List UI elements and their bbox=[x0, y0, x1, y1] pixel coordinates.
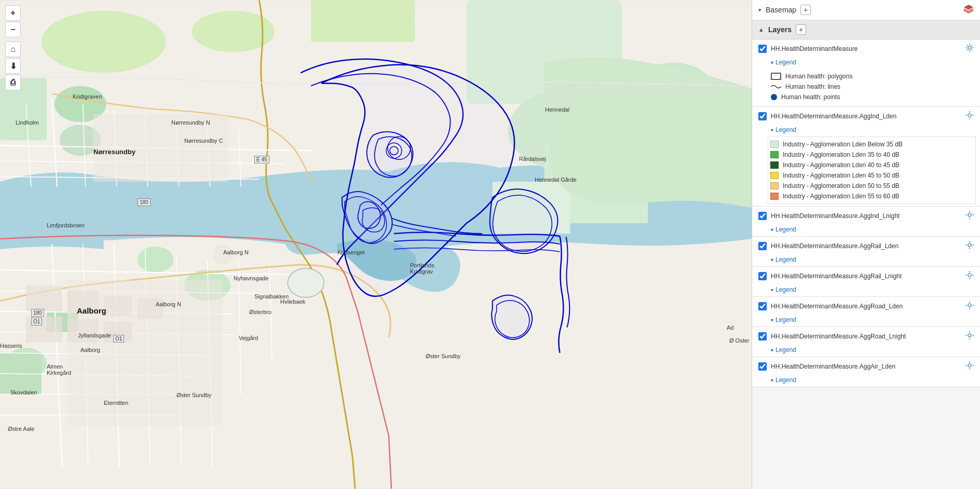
legend-text-line: Human health: lines bbox=[785, 83, 840, 90]
zoom-out-button[interactable]: − bbox=[5, 22, 21, 37]
layer-checkbox-4[interactable] bbox=[758, 242, 767, 250]
legend-toggle-7[interactable]: ▾ Legend bbox=[752, 345, 980, 357]
legend-text-polygon: Human health: polygons bbox=[785, 73, 852, 80]
basemap-chevron[interactable]: ▾ bbox=[758, 7, 761, 13]
svg-point-1 bbox=[42, 11, 166, 73]
print-button[interactable]: ⎙ bbox=[5, 75, 21, 90]
layer-item-8: HH.HealthDeterminantMeasure.AggAir_Lden … bbox=[752, 357, 980, 387]
legend-chevron-5: ▾ bbox=[771, 287, 773, 293]
layer-settings-icon-7[interactable] bbox=[965, 331, 974, 341]
svg-point-65 bbox=[968, 334, 971, 337]
layer-name-5: HH.HealthDeterminantMeasure.AggRail_Lnig… bbox=[771, 273, 961, 280]
layer-header-1: HH.HealthDeterminantMeasure bbox=[752, 39, 980, 58]
basemap-add-button[interactable]: + bbox=[800, 5, 811, 15]
layer-header-6: HH.HealthDeterminantMeasure.AggRoad_Lden bbox=[752, 297, 980, 315]
layer-checkbox-1[interactable] bbox=[758, 45, 767, 53]
legend-item-polygon: Human health: polygons bbox=[771, 71, 974, 82]
legend-label-3: Legend bbox=[775, 226, 796, 233]
home-button[interactable]: ⌂ bbox=[5, 42, 21, 57]
layer-name-7: HH.HealthDeterminantMeasure.AggRoad_Lnig… bbox=[771, 333, 961, 340]
layer-checkbox-8[interactable] bbox=[758, 362, 767, 371]
layers-list[interactable]: HH.HealthDeterminantMeasure ▾ Legend Hum… bbox=[752, 39, 980, 489]
layer-settings-icon-6[interactable] bbox=[965, 301, 974, 311]
svg-rect-48 bbox=[67, 291, 99, 314]
legend-chevron-1: ▾ bbox=[771, 60, 773, 65]
svg-rect-49 bbox=[104, 296, 132, 317]
basemap-section: ▾ Basemap + bbox=[752, 0, 980, 20]
legend-toggle-8[interactable]: ▾ Legend bbox=[752, 375, 980, 387]
legend-item-point: Human health: points bbox=[771, 92, 974, 102]
legend-item-line: Human health: lines bbox=[771, 82, 974, 92]
map-controls: + − ⌂ ⬇ ⎙ bbox=[5, 5, 21, 90]
legend-label-4: Legend bbox=[775, 256, 796, 263]
legend-label-7: Legend bbox=[775, 346, 796, 354]
layer-settings-icon-8[interactable] bbox=[965, 361, 974, 371]
legend-label-5: Legend bbox=[775, 286, 796, 293]
layer-item-4: HH.HealthDeterminantMeasure.AggRail_Lden… bbox=[752, 237, 980, 267]
legend-toggle-1[interactable]: ▾ Legend bbox=[752, 58, 980, 69]
svg-rect-47 bbox=[26, 286, 62, 311]
legend-scroll-2[interactable]: Industry - Agglomeration Lden Below 35 d… bbox=[768, 137, 976, 204]
legend-text-45-50: Industry - Agglomeration Lden 45 to 50 d… bbox=[783, 172, 900, 179]
layer-settings-icon-3[interactable] bbox=[965, 211, 974, 221]
legend-toggle-6[interactable]: ▾ Legend bbox=[752, 315, 980, 327]
legend-chevron-2: ▾ bbox=[771, 127, 773, 133]
layer-item-3: HH.HealthDeterminantMeasure.AggInd_Lnigh… bbox=[752, 207, 980, 237]
layer-header-2: HH.HealthDeterminantMeasure.AggInd_Lden bbox=[752, 107, 980, 125]
layer-checkbox-3[interactable] bbox=[758, 212, 767, 220]
svg-point-60 bbox=[968, 114, 971, 117]
download-button[interactable]: ⬇ bbox=[5, 58, 21, 74]
legend-text-50-55: Industry - Agglomeration Lden 50 to 55 d… bbox=[783, 182, 900, 189]
layer-settings-icon-4[interactable] bbox=[965, 241, 974, 251]
svg-rect-50 bbox=[138, 298, 164, 319]
map-area[interactable]: + − ⌂ ⬇ ⎙ Aalborg Nørresundby Lindholm L… bbox=[0, 0, 752, 489]
layer-settings-icon-5[interactable] bbox=[965, 271, 974, 281]
legend-chevron-4: ▾ bbox=[771, 257, 773, 263]
layers-add-button[interactable]: + bbox=[796, 24, 806, 35]
right-panel: ▾ Basemap + ▲ Layers + HH.HealthDetermin… bbox=[752, 0, 980, 489]
layer-item-7: HH.HealthDeterminantMeasure.AggRoad_Lnig… bbox=[752, 327, 980, 357]
layer-checkbox-2[interactable] bbox=[758, 112, 767, 120]
layer-checkbox-5[interactable] bbox=[758, 272, 767, 280]
zoom-in-button[interactable]: + bbox=[5, 5, 21, 21]
legend-content-1: Human health: polygons Human health: lin… bbox=[752, 69, 980, 106]
legend-box-35-40 bbox=[770, 151, 779, 158]
layer-header-7: HH.HealthDeterminantMeasure.AggRoad_Lnig… bbox=[752, 327, 980, 345]
svg-point-55 bbox=[288, 268, 324, 297]
legend-toggle-2[interactable]: ▾ Legend bbox=[752, 125, 980, 137]
layer-settings-icon-2[interactable] bbox=[965, 111, 974, 121]
layer-checkbox-7[interactable] bbox=[758, 332, 767, 341]
layer-item-1: HH.HealthDeterminantMeasure ▾ Legend Hum… bbox=[752, 39, 980, 107]
layer-item-2: HH.HealthDeterminantMeasure.AggInd_Lden … bbox=[752, 107, 980, 207]
legend-box-55-60 bbox=[770, 193, 779, 200]
layers-header: ▲ Layers + bbox=[752, 20, 980, 39]
layers-chevron[interactable]: ▲ bbox=[758, 26, 764, 33]
legend-toggle-3[interactable]: ▾ Legend bbox=[752, 225, 980, 236]
layer-header-5: HH.HealthDeterminantMeasure.AggRail_Lnig… bbox=[752, 267, 980, 285]
basemap-label: Basemap bbox=[766, 6, 796, 14]
legend-text-40-45: Industry - Agglomeration Lden 40 to 45 d… bbox=[783, 161, 900, 169]
layer-settings-icon-1[interactable] bbox=[965, 44, 974, 53]
layer-name-2: HH.HealthDeterminantMeasure.AggInd_Lden bbox=[771, 113, 961, 120]
legend-label-2: Legend bbox=[775, 126, 796, 133]
svg-point-63 bbox=[968, 274, 971, 277]
svg-point-62 bbox=[968, 243, 971, 247]
legend-box-50-55 bbox=[770, 182, 779, 189]
layer-name-8: HH.HealthDeterminantMeasure.AggAir_Lden bbox=[771, 363, 961, 370]
legend-item-lden-below35: Industry - Agglomeration Lden Below 35 d… bbox=[770, 139, 973, 150]
layer-header-8: HH.HealthDeterminantMeasure.AggAir_Lden bbox=[752, 357, 980, 375]
svg-rect-51 bbox=[26, 317, 62, 343]
legend-toggle-4[interactable]: ▾ Legend bbox=[752, 255, 980, 266]
legend-chevron-3: ▾ bbox=[771, 227, 773, 233]
layer-item-6: HH.HealthDeterminantMeasure.AggRoad_Lden… bbox=[752, 297, 980, 327]
legend-box-40-45 bbox=[770, 161, 779, 169]
legend-toggle-5[interactable]: ▾ Legend bbox=[752, 285, 980, 296]
legend-chevron-6: ▾ bbox=[771, 317, 773, 323]
layer-header-4: HH.HealthDeterminantMeasure.AggRail_Lden bbox=[752, 237, 980, 255]
legend-symbol-circle bbox=[771, 94, 777, 100]
layer-checkbox-6[interactable] bbox=[758, 302, 767, 310]
layers-stack-icon[interactable] bbox=[963, 4, 974, 16]
legend-text-35-40: Industry - Agglomeration Lden 35 to 40 d… bbox=[783, 151, 900, 158]
svg-point-59 bbox=[968, 46, 971, 49]
layer-name-4: HH.HealthDeterminantMeasure.AggRail_Lden bbox=[771, 242, 961, 250]
